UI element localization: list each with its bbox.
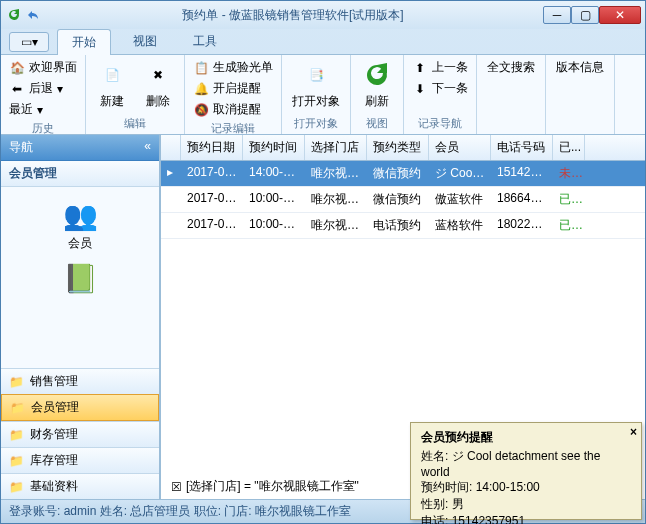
folder-icon: 📁 — [9, 480, 24, 494]
col-header-6[interactable]: 电话号码 — [491, 135, 553, 160]
table-row[interactable]: 2017-07-...10:00-12...唯尔视眼...电话预约蓝格软件180… — [161, 213, 645, 239]
new-icon: 📄 — [96, 59, 128, 91]
folder-2[interactable]: 📁财务管理 — [1, 421, 159, 447]
doc-icon-button[interactable]: 📗 — [62, 260, 98, 296]
bell-off-icon: 🔕 — [193, 102, 209, 118]
folder-3[interactable]: 📁库存管理 — [1, 447, 159, 473]
folder-0[interactable]: 📁销售管理 — [1, 368, 159, 394]
member-mgmt-header[interactable]: 会员管理 — [1, 161, 159, 187]
tabstrip: ▭▾ 开始 视图 工具 — [1, 29, 645, 55]
table-row[interactable]: 2017-07-...10:00-11...唯尔视眼...微信预约傲蓝软件186… — [161, 187, 645, 213]
delete-button[interactable]: ✖删除 — [136, 57, 180, 112]
nav-header: 导航« — [1, 135, 159, 161]
folder-icon: 📁 — [9, 375, 24, 389]
open-object-button[interactable]: 📑打开对象 — [286, 57, 346, 112]
col-header-0[interactable] — [161, 135, 181, 160]
folder-1[interactable]: 📁会员管理 — [1, 394, 159, 421]
down-icon: ⬇ — [412, 81, 428, 97]
refresh-icon[interactable] — [5, 6, 23, 24]
table-row[interactable]: ▸2017-07-...14:00-15...唯尔视眼...微信预约ジ Cool… — [161, 161, 645, 187]
col-header-7[interactable]: 已... — [553, 135, 585, 160]
delete-icon: ✖ — [142, 59, 174, 91]
cancel-reminder-button[interactable]: 🔕取消提醒 — [189, 99, 277, 120]
enable-reminder-button[interactable]: 🔔开启提醒 — [189, 78, 277, 99]
close-button[interactable]: ✕ — [599, 6, 641, 24]
folder-4[interactable]: 📁基础资料 — [1, 473, 159, 499]
next-record-button[interactable]: ⬇下一条 — [408, 78, 472, 99]
reminder-popup: × 会员预约提醒 姓名: ジ Cool detachment see the w… — [410, 422, 642, 520]
home-icon: 🏠 — [9, 60, 25, 76]
tab-tools[interactable]: 工具 — [179, 29, 231, 54]
window-title: 预约单 - 傲蓝眼镜销售管理软件[试用版本] — [43, 7, 543, 24]
refresh-icon — [361, 59, 393, 91]
back-icon: ⬅ — [9, 81, 25, 97]
qat-dropdown[interactable]: ▭▾ — [9, 32, 49, 52]
col-header-4[interactable]: 预约类型 — [367, 135, 429, 160]
sidebar: 导航« 会员管理 👥会员 📗 📁销售管理📁会员管理📁财务管理📁库存管理📁基础资料 — [1, 135, 161, 499]
bell-icon: 🔔 — [193, 81, 209, 97]
grid-header: 预约日期预约时间选择门店预约类型会员电话号码已... — [161, 135, 645, 161]
recent-button[interactable]: 最近▾ — [5, 99, 81, 120]
ribbon: 🏠欢迎界面 ⬅后退▾ 最近▾ 历史 📄新建 ✖删除 编辑 📋生成验光单 🔔开启提… — [1, 55, 645, 135]
folder-icon: 📁 — [9, 454, 24, 468]
col-header-1[interactable]: 预约日期 — [181, 135, 243, 160]
fulltext-search-button[interactable]: 全文搜索 — [481, 57, 541, 78]
new-button[interactable]: 📄新建 — [90, 57, 134, 112]
tab-start[interactable]: 开始 — [57, 29, 111, 55]
up-icon: ⬆ — [412, 60, 428, 76]
maximize-button[interactable]: ▢ — [571, 6, 599, 24]
folder-icon: 📁 — [10, 401, 25, 415]
open-icon: 📑 — [300, 59, 332, 91]
users-icon: 👥 — [62, 197, 98, 233]
col-header-2[interactable]: 预约时间 — [243, 135, 305, 160]
doc-icon: 📗 — [62, 260, 98, 296]
col-header-3[interactable]: 选择门店 — [305, 135, 367, 160]
generate-button[interactable]: 📋生成验光单 — [189, 57, 277, 78]
undo-icon[interactable] — [25, 6, 43, 24]
version-info-button[interactable]: 版本信息 — [550, 57, 610, 78]
popup-title: 会员预约提醒 — [421, 429, 631, 446]
doc-add-icon: 📋 — [193, 60, 209, 76]
back-button[interactable]: ⬅后退▾ — [5, 78, 81, 99]
minimize-button[interactable]: ─ — [543, 6, 571, 24]
col-header-5[interactable]: 会员 — [429, 135, 491, 160]
tab-view[interactable]: 视图 — [119, 29, 171, 54]
collapse-icon[interactable]: « — [144, 139, 151, 156]
refresh-button[interactable]: 刷新 — [355, 57, 399, 112]
prev-record-button[interactable]: ⬆上一条 — [408, 57, 472, 78]
popup-close-icon[interactable]: × — [630, 425, 637, 439]
member-icon-button[interactable]: 👥会员 — [62, 197, 98, 252]
titlebar: 预约单 - 傲蓝眼镜销售管理软件[试用版本] ─ ▢ ✕ — [1, 1, 645, 29]
folder-icon: 📁 — [9, 428, 24, 442]
welcome-button[interactable]: 🏠欢迎界面 — [5, 57, 81, 78]
